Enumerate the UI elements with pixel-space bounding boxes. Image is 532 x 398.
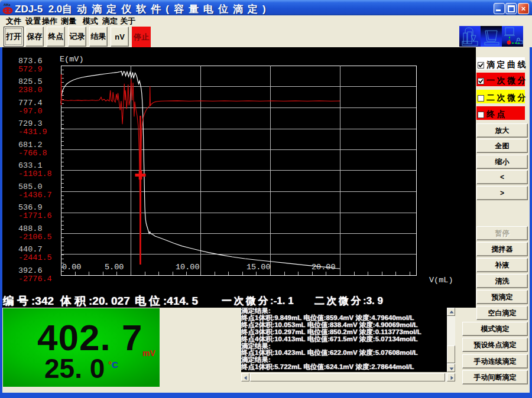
svg-text:585.0: 585.0 <box>18 182 43 191</box>
svg-text:E(mV): E(mV) <box>60 55 84 64</box>
svg-text:873.6: 873.6 <box>18 57 43 66</box>
svg-text:440.7: 440.7 <box>18 245 43 254</box>
svg-text:-2441.5: -2441.5 <box>18 253 52 262</box>
svg-text:681.2: 681.2 <box>18 141 43 149</box>
svg-text:V(mL): V(mL) <box>429 276 453 285</box>
svg-text:0.00: 0.00 <box>62 263 81 272</box>
svg-text:-2106.5: -2106.5 <box>18 233 52 242</box>
svg-text:15.00: 15.00 <box>246 263 271 272</box>
svg-text:-1771.6: -1771.6 <box>18 211 52 220</box>
svg-text:-766.8: -766.8 <box>18 149 47 158</box>
svg-text:536.9: 536.9 <box>18 203 43 212</box>
svg-text:AIKa: AIKa <box>4 3 11 6</box>
svg-text:729.3: 729.3 <box>18 119 43 128</box>
svg-text:777.4: 777.4 <box>18 99 43 107</box>
svg-text:-97.0: -97.0 <box>18 107 43 116</box>
svg-text:-431.9: -431.9 <box>18 128 47 136</box>
svg-text:825.5: 825.5 <box>18 77 43 86</box>
svg-text:5.00: 5.00 <box>105 263 124 272</box>
svg-text:-1436.7: -1436.7 <box>18 191 52 200</box>
svg-text:392.6: 392.6 <box>18 266 43 275</box>
svg-text:488.8: 488.8 <box>18 224 43 233</box>
svg-text:633.1: 633.1 <box>18 161 43 170</box>
svg-text:-1101.8: -1101.8 <box>18 169 52 178</box>
svg-text:238.0: 238.0 <box>18 86 43 94</box>
svg-text:10.00: 10.00 <box>176 263 200 272</box>
svg-text:572.9: 572.9 <box>18 65 43 74</box>
svg-text:-2776.4: -2776.4 <box>18 275 52 283</box>
